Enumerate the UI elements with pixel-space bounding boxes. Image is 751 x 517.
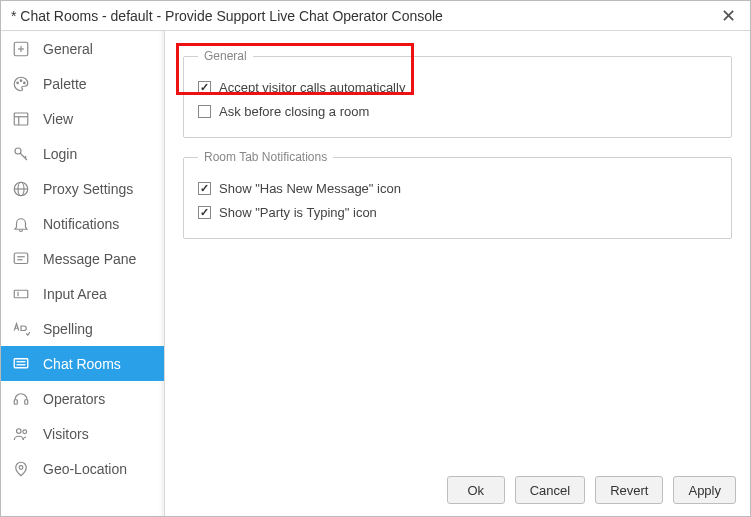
checkbox-icon [198,81,211,94]
group-legend: Room Tab Notifications [198,150,333,164]
checkbox-accept-calls[interactable]: Accept visitor calls automatically [198,75,717,99]
svg-point-3 [17,82,19,84]
svg-rect-21 [14,399,17,404]
sidebar-item-label: Spelling [43,321,93,337]
svg-point-25 [19,465,23,469]
message-lines-icon [11,250,31,268]
group-legend: General [198,49,253,63]
sidebar-item-general[interactable]: General [1,31,164,66]
svg-point-5 [24,82,26,84]
apply-button[interactable]: Apply [673,476,736,504]
svg-rect-16 [14,290,28,298]
sidebar-item-message-pane[interactable]: Message Pane [1,241,164,276]
sidebar-item-proxy[interactable]: Proxy Settings [1,171,164,206]
spellcheck-icon [11,320,31,338]
layout-icon [11,110,31,128]
sidebar-item-label: Notifications [43,216,119,232]
close-icon[interactable]: ✕ [715,5,742,27]
sidebar-item-spelling[interactable]: Spelling [1,311,164,346]
svg-point-4 [20,79,22,81]
sidebar-item-label: Message Pane [43,251,136,267]
sidebar-item-label: View [43,111,73,127]
window-title: * Chat Rooms - default - Provide Support… [11,8,443,24]
sidebar-item-operators[interactable]: Operators [1,381,164,416]
sidebar-item-visitors[interactable]: Visitors [1,416,164,451]
revert-button[interactable]: Revert [595,476,663,504]
checkbox-label: Ask before closing a room [219,104,369,119]
dialog-footer: Ok Cancel Revert Apply [165,464,750,516]
checkbox-ask-close[interactable]: Ask before closing a room [198,99,717,123]
sidebar-item-label: Chat Rooms [43,356,121,372]
svg-point-9 [15,148,21,154]
group-room-tab: Room Tab Notifications Show "Has New Mes… [183,150,732,239]
sidebar-item-label: Visitors [43,426,89,442]
checkbox-label: Show "Has New Message" icon [219,181,401,196]
checkbox-icon [198,105,211,118]
chat-lines-icon [11,355,31,373]
sidebar-item-chat-rooms[interactable]: Chat Rooms [1,346,164,381]
svg-rect-18 [14,358,28,367]
svg-point-23 [17,428,22,433]
svg-rect-13 [14,253,28,264]
plus-square-icon [11,40,31,58]
checkbox-icon [198,182,211,195]
sidebar: General Palette View Login Proxy Setting… [1,31,165,516]
settings-panel: General Accept visitor calls automatical… [165,31,750,464]
sidebar-item-label: Proxy Settings [43,181,133,197]
sidebar-item-palette[interactable]: Palette [1,66,164,101]
sidebar-item-label: Input Area [43,286,107,302]
sidebar-item-label: Login [43,146,77,162]
sidebar-item-label: Palette [43,76,87,92]
sidebar-item-login[interactable]: Login [1,136,164,171]
sidebar-item-label: Geo-Location [43,461,127,477]
sidebar-item-input-area[interactable]: Input Area [1,276,164,311]
title-bar: * Chat Rooms - default - Provide Support… [1,1,750,31]
checkbox-icon [198,206,211,219]
sidebar-item-geo-location[interactable]: Geo-Location [1,451,164,486]
group-general: General Accept visitor calls automatical… [183,49,732,138]
checkbox-label: Show "Party is Typing" icon [219,205,377,220]
svg-rect-6 [14,113,28,125]
ok-button[interactable]: Ok [447,476,505,504]
sidebar-item-label: Operators [43,391,105,407]
globe-icon [11,180,31,198]
checkbox-new-message[interactable]: Show "Has New Message" icon [198,176,717,200]
headset-icon [11,390,31,408]
key-icon [11,145,31,163]
bell-icon [11,215,31,233]
svg-rect-22 [25,399,28,404]
map-pin-icon [11,460,31,478]
sidebar-item-view[interactable]: View [1,101,164,136]
input-cursor-icon [11,285,31,303]
sidebar-item-label: General [43,41,93,57]
checkbox-typing[interactable]: Show "Party is Typing" icon [198,200,717,224]
checkbox-label: Accept visitor calls automatically [219,80,405,95]
palette-icon [11,75,31,93]
users-icon [11,425,31,443]
sidebar-item-notifications[interactable]: Notifications [1,206,164,241]
cancel-button[interactable]: Cancel [515,476,585,504]
svg-point-24 [23,429,27,433]
